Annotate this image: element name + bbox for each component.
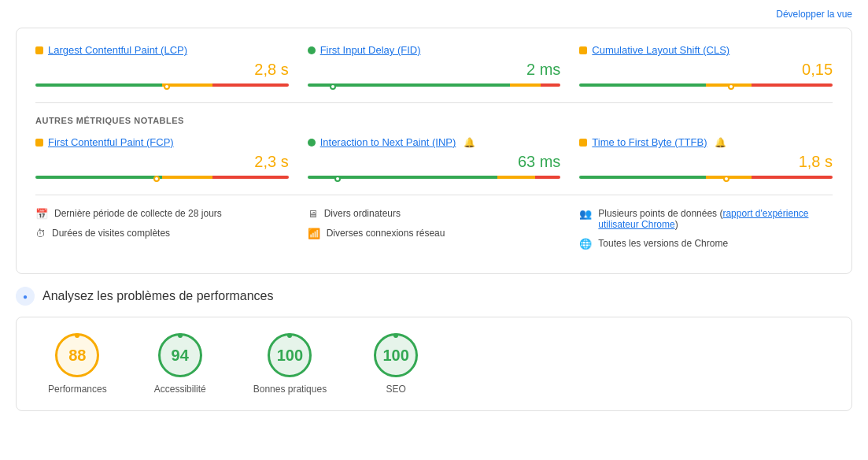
info-duration-text: Durées de visites complètes xyxy=(52,228,170,239)
info-network-text: Diverses connexions réseau xyxy=(327,228,445,239)
inp-value: 63 ms xyxy=(308,153,561,171)
cls-value: 0,15 xyxy=(579,61,833,79)
cls-dot xyxy=(579,46,587,54)
fid-link[interactable]: First Input Delay (FID) xyxy=(320,44,421,56)
ttfb-indicator xyxy=(723,176,729,182)
fid-title: First Input Delay (FID) xyxy=(308,44,561,56)
lcp-indicator xyxy=(164,83,170,90)
score-label-performances: Performances xyxy=(48,384,107,395)
info-divider xyxy=(35,195,833,195)
cls-bar xyxy=(579,83,833,90)
fid-dot xyxy=(308,46,316,54)
ttfb-value: 1,8 s xyxy=(579,153,833,171)
metrics-card: Largest Contentful Paint (LCP) 2,8 s Fir… xyxy=(16,28,852,274)
fid-bar xyxy=(308,83,561,90)
inp-alert-icon: 🔔 xyxy=(464,137,475,148)
expand-view-container: Développer la vue xyxy=(16,8,852,20)
inp-title: Interaction to Next Paint (INP) 🔔 xyxy=(308,136,561,148)
analyse-icon: ● xyxy=(16,287,35,306)
lcp-link[interactable]: Largest Contentful Paint (LCP) xyxy=(48,44,187,56)
ttfb-title: Time to First Byte (TTFB) 🔔 xyxy=(579,136,833,148)
lcp-dot xyxy=(35,46,43,54)
other-metrics-row: First Contentful Paint (FCP) 2,3 s Inter… xyxy=(35,136,833,182)
fid-value: 2 ms xyxy=(308,61,561,79)
cls-title: Cumulative Layout Shift (CLS) xyxy=(579,44,833,56)
ttfb-alert-icon: 🔔 xyxy=(715,137,726,148)
score-circle-performances: 88 xyxy=(55,333,99,377)
fcp-bar xyxy=(35,176,289,182)
ttfb-metric: Time to First Byte (TTFB) 🔔 1,8 s xyxy=(579,136,833,182)
score-label-best-practices: Bonnes pratiques xyxy=(253,384,327,395)
score-best-practices: 100 Bonnes pratiques xyxy=(253,333,327,395)
score-dot-best-practices xyxy=(287,333,292,338)
other-metrics-label: AUTRES MÉTRIQUES NOTABLES xyxy=(35,116,833,125)
analyse-icon-dot: ● xyxy=(23,292,28,301)
score-accessibility: 94 Accessibilité xyxy=(154,333,206,395)
cls-metric: Cumulative Layout Shift (CLS) 0,15 xyxy=(579,44,833,90)
analyse-title: Analysez les problèmes de performances xyxy=(42,289,273,303)
inp-metric: Interaction to Next Paint (INP) 🔔 63 ms xyxy=(308,136,561,182)
info-duration: ⏱ Durées de visites complètes xyxy=(35,228,289,239)
score-circle-accessibility: 94 xyxy=(158,333,202,377)
score-label-accessibility: Accessibilité xyxy=(154,384,206,395)
wifi-icon: 📶 xyxy=(308,228,320,239)
fcp-indicator xyxy=(153,176,160,182)
info-network: 📶 Diverses connexions réseau xyxy=(308,228,561,239)
info-period-text: Dernière période de collecte de 28 jours xyxy=(54,208,222,219)
lcp-bar xyxy=(35,83,289,90)
fcp-link[interactable]: First Contentful Paint (FCP) xyxy=(48,136,174,148)
users-icon: 👥 xyxy=(579,208,592,220)
expand-view-link[interactable]: Développer la vue xyxy=(776,9,852,20)
lcp-value: 2,8 s xyxy=(35,61,289,79)
fcp-metric: First Contentful Paint (FCP) 2,3 s xyxy=(35,136,289,182)
info-crux: 👥 Plusieurs points de données (rapport d… xyxy=(579,208,833,230)
fcp-title: First Contentful Paint (FCP) xyxy=(35,136,289,148)
cls-link[interactable]: Cumulative Layout Shift (CLS) xyxy=(592,44,729,56)
info-col-3: 👥 Plusieurs points de données (rapport d… xyxy=(579,208,833,258)
score-seo: 100 SEO xyxy=(374,333,418,395)
inp-dot xyxy=(308,139,316,147)
score-circle-seo: 100 xyxy=(374,333,418,377)
score-value-accessibility: 94 xyxy=(172,347,189,365)
fcp-value: 2,3 s xyxy=(35,153,289,171)
scores-row: 88 Performances 94 Accessibilité xyxy=(48,333,820,395)
info-chrome-text: Toutes les versions de Chrome xyxy=(598,238,728,249)
ttfb-dot xyxy=(579,139,587,147)
info-period: 📅 Dernière période de collecte de 28 jou… xyxy=(35,208,289,220)
inp-bar xyxy=(308,176,561,182)
metrics-divider xyxy=(35,102,833,103)
globe-icon: 🌐 xyxy=(579,238,592,250)
cls-indicator xyxy=(728,83,734,90)
lcp-title: Largest Contentful Paint (LCP) xyxy=(35,44,289,56)
info-devices-text: Divers ordinateurs xyxy=(324,208,401,219)
info-devices: 🖥 Divers ordinateurs xyxy=(308,208,561,220)
analyse-header: ● Analysez les problèmes de performances xyxy=(16,287,852,306)
score-value-performances: 88 xyxy=(68,347,86,365)
score-value-best-practices: 100 xyxy=(277,347,303,365)
crux-report-link[interactable]: rapport d'expérience utilisateur Chrome xyxy=(598,208,808,230)
score-dot-performances xyxy=(75,333,79,338)
fid-metric: First Input Delay (FID) 2 ms xyxy=(308,44,561,90)
core-metrics-row: Largest Contentful Paint (LCP) 2,8 s Fir… xyxy=(35,44,833,90)
score-label-seo: SEO xyxy=(386,384,405,395)
info-rows: 📅 Dernière période de collecte de 28 jou… xyxy=(35,208,833,258)
score-value-seo: 100 xyxy=(382,347,408,365)
info-crux-text: Plusieurs points de données (rapport d'e… xyxy=(598,208,833,230)
clock-icon: ⏱ xyxy=(35,228,46,239)
ttfb-link[interactable]: Time to First Byte (TTFB) xyxy=(592,136,707,148)
scores-card: 88 Performances 94 Accessibilité xyxy=(16,317,852,411)
fid-indicator xyxy=(330,83,336,90)
monitor-icon: 🖥 xyxy=(308,208,318,220)
fcp-dot xyxy=(35,139,43,147)
inp-link[interactable]: Interaction to Next Paint (INP) xyxy=(320,136,456,148)
inp-indicator xyxy=(334,176,341,182)
info-col-1: 📅 Dernière période de collecte de 28 jou… xyxy=(35,208,289,258)
score-performances: 88 Performances xyxy=(48,333,107,395)
score-dot-accessibility xyxy=(178,333,183,338)
analyse-section: ● Analysez les problèmes de performances… xyxy=(16,287,852,411)
score-dot-seo xyxy=(393,333,398,338)
score-circle-best-practices: 100 xyxy=(268,333,312,377)
lcp-metric: Largest Contentful Paint (LCP) 2,8 s xyxy=(35,44,289,90)
calendar-icon: 📅 xyxy=(35,208,48,220)
info-chrome-version: 🌐 Toutes les versions de Chrome xyxy=(579,238,833,250)
